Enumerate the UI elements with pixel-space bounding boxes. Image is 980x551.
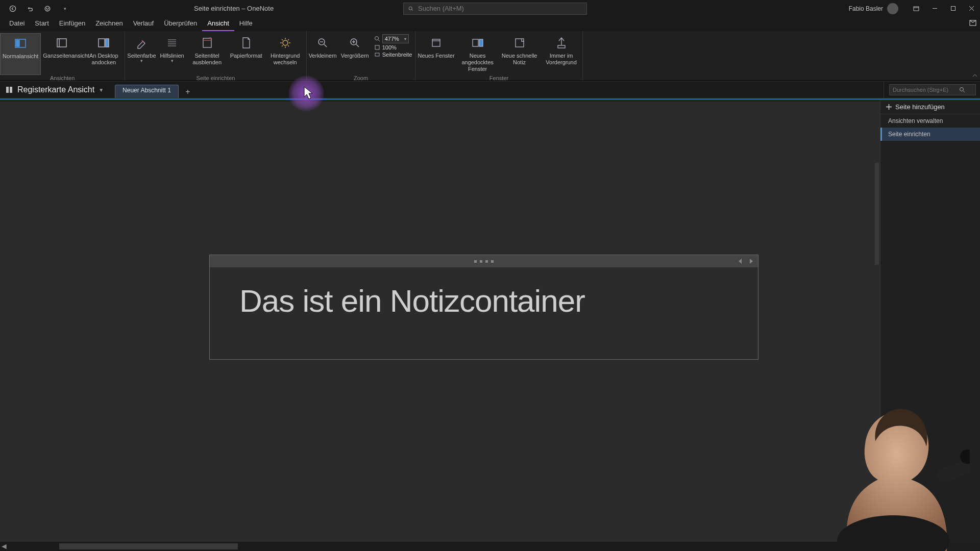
- svg-rect-10: [57, 39, 66, 47]
- ribbon-btn-neues-angedocktes-fenster[interactable]: Neues angedocktes Fenster: [457, 33, 499, 75]
- ribbon-group-seite-einrichten: Seitenfarbe Hilfslinien Seitentitel ausb…: [125, 31, 306, 81]
- grip-dot: [474, 260, 477, 263]
- svg-rect-22: [479, 39, 483, 46]
- page-canvas[interactable]: Das ist ein Notizcontainer: [0, 102, 880, 542]
- svg-point-27: [960, 88, 964, 91]
- notebook-search-input[interactable]: [893, 87, 959, 93]
- toggle-background-icon: [279, 34, 292, 52]
- add-section-button[interactable]: +: [182, 86, 194, 98]
- hscroll-track[interactable]: [8, 543, 872, 549]
- svg-point-14: [283, 40, 288, 45]
- menu-tab-ansicht[interactable]: Ansicht: [202, 17, 234, 31]
- global-search[interactable]: Suchen (Alt+M): [403, 3, 587, 15]
- note-container-header[interactable]: [210, 255, 758, 267]
- ribbon-btn-hilfslinien[interactable]: Hilfslinien: [158, 33, 186, 75]
- ribbon-btn-immer-im-vordergrund[interactable]: Immer im Vordergrund: [541, 33, 582, 75]
- horizontal-scrollbar[interactable]: ◄ ►: [0, 542, 880, 551]
- chevron-down-icon: ▼: [99, 87, 104, 93]
- svg-point-2: [46, 8, 47, 8]
- rule-lines-icon: [165, 34, 179, 52]
- ribbon-btn-neue-schnelle-notiz[interactable]: Neue schnelle Notiz: [499, 33, 541, 75]
- svg-rect-23: [516, 39, 524, 47]
- menu-tab-start[interactable]: Start: [30, 17, 54, 31]
- page-list-item[interactable]: Ansichten verwalten: [880, 114, 980, 128]
- page-list-item[interactable]: Seite einrichten: [880, 128, 980, 141]
- resize-left-icon[interactable]: [737, 257, 745, 265]
- ribbon-group-ansichten: Normalansicht Ganzseitenansicht An Deskt…: [0, 31, 125, 81]
- minimize-button[interactable]: [926, 0, 943, 17]
- user-avatar[interactable]: [887, 3, 898, 14]
- new-window-icon: [430, 34, 443, 52]
- grip-dot: [491, 260, 494, 263]
- close-button[interactable]: [963, 0, 980, 17]
- ribbon: Normalansicht Ganzseitenansicht An Deskt…: [0, 31, 980, 81]
- zoom-pagewidth-button[interactable]: Seitenbreite: [374, 52, 412, 58]
- hide-title-icon: [201, 34, 214, 52]
- zoom-level-input[interactable]: 477%▾: [382, 34, 409, 43]
- ribbon-btn-seitenfarbe[interactable]: Seitenfarbe: [125, 33, 158, 75]
- ribbon-btn-vergroessern[interactable]: Vergrößern: [339, 33, 371, 75]
- dock-icon: [97, 34, 110, 52]
- note-body[interactable]: Das ist ein Notizcontainer: [210, 267, 758, 359]
- ribbon-btn-dock-to-desktop[interactable]: An Desktop andocken: [83, 33, 125, 75]
- svg-rect-13: [203, 38, 211, 47]
- svg-point-0: [10, 6, 15, 11]
- window-title: Seite einrichten – OneNote: [194, 5, 274, 12]
- maximize-button[interactable]: [944, 0, 962, 17]
- section-tab[interactable]: Neuer Abschnitt 1: [115, 85, 179, 98]
- hscroll-thumb[interactable]: [59, 543, 238, 549]
- plus-icon: [886, 104, 892, 110]
- svg-rect-9: [16, 40, 19, 46]
- new-docked-window-icon: [471, 34, 484, 52]
- nav-back-button[interactable]: [6, 2, 19, 15]
- ribbon-btn-neues-fenster[interactable]: Neues Fenster: [415, 33, 456, 75]
- svg-point-1: [45, 6, 50, 11]
- user-name-label[interactable]: Fabio Basler: [849, 5, 883, 12]
- touch-mode-button[interactable]: [41, 2, 54, 15]
- add-page-button[interactable]: Seite hinzufügen: [880, 100, 980, 114]
- svg-rect-19: [375, 53, 379, 56]
- svg-rect-12: [106, 39, 109, 47]
- undo-button[interactable]: [23, 2, 37, 15]
- zoom-icon: [374, 36, 380, 42]
- vscroll-thumb[interactable]: [875, 163, 879, 265]
- menu-tab-ueberpruefen[interactable]: Überprüfen: [159, 17, 202, 31]
- qat-customize-button[interactable]: ▾: [58, 2, 71, 15]
- zoom-options: 477%▾ 100% Seitenbreite: [371, 33, 415, 59]
- zoom-in-icon: [348, 34, 361, 52]
- page-list-panel: Seite hinzufügen ◄ Ansichten verwalten S…: [880, 100, 980, 542]
- share-button[interactable]: [969, 19, 977, 29]
- svg-rect-11: [99, 39, 105, 47]
- ribbon-btn-seitentitel-ausblenden[interactable]: Seitentitel ausblenden: [186, 33, 228, 75]
- svg-rect-21: [473, 39, 478, 46]
- menu-tab-verlauf[interactable]: Verlauf: [128, 17, 159, 31]
- hscroll-right-button[interactable]: ►: [872, 542, 880, 550]
- page-color-icon: [135, 34, 148, 52]
- search-placeholder: Suchen (Alt+M): [418, 5, 464, 12]
- section-underline: [0, 98, 980, 100]
- search-icon: [959, 87, 965, 93]
- svg-rect-20: [432, 39, 440, 46]
- menu-tab-zeichnen[interactable]: Zeichnen: [90, 17, 128, 31]
- ribbon-collapse-button[interactable]: [972, 72, 978, 80]
- note-text[interactable]: Das ist ein Notizcontainer: [239, 283, 728, 319]
- svg-point-17: [375, 37, 378, 40]
- ribbon-btn-normalansicht[interactable]: Normalansicht: [0, 33, 41, 75]
- ribbon-btn-ganzseitenansicht[interactable]: Ganzseitenansicht: [41, 33, 83, 75]
- zoom-100-button[interactable]: 100%: [374, 44, 412, 51]
- notebook-selector[interactable]: Registerkarte Ansicht ▼: [0, 85, 109, 94]
- notebook-search[interactable]: [889, 84, 976, 95]
- resize-right-icon[interactable]: [747, 257, 755, 265]
- ribbon-group-fenster: Neues Fenster Neues angedocktes Fenster …: [415, 31, 582, 81]
- note-container[interactable]: Das ist ein Notizcontainer: [209, 255, 758, 360]
- menu-tab-datei[interactable]: Datei: [4, 17, 30, 31]
- ribbon-display-options-button[interactable]: [908, 0, 925, 17]
- hscroll-left-button[interactable]: ◄: [0, 542, 8, 550]
- menu-tab-hilfe[interactable]: Hilfe: [234, 17, 258, 31]
- ribbon-btn-papierformat[interactable]: Papierformat: [228, 33, 264, 75]
- ribbon-btn-verkleinern[interactable]: Verkleinern: [307, 33, 339, 75]
- zoom-out-icon: [316, 34, 329, 52]
- ribbon-btn-hintergrund-wechseln[interactable]: Hintergrund wechseln: [264, 33, 306, 75]
- menu-tab-einfuegen[interactable]: Einfügen: [54, 17, 90, 31]
- notebook-icon: [5, 86, 13, 94]
